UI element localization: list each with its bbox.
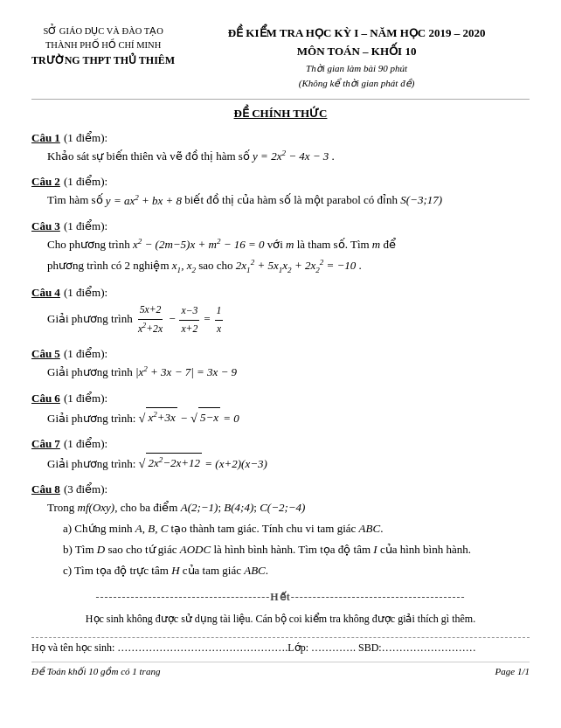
- q1-points: (1 điểm):: [64, 131, 107, 144]
- exam-title: ĐỀ KIỂM TRA HỌC KỲ I – NĂM HỌC 2019 – 20…: [184, 24, 530, 43]
- q1-body: Khảo sát sự biến thiên và vẽ đồ thị hàm …: [31, 147, 530, 166]
- q7-title: Câu 7: [31, 437, 60, 450]
- q3-eq1: x2 − (2m−5)x + m2 − 16 = 0: [133, 238, 264, 251]
- footer: Đề Toán khối 10 gồm có 1 trang Page 1/1: [31, 662, 530, 677]
- time-line1: Thời gian làm bài 90 phút: [184, 61, 530, 77]
- exam-page: SỞ GIÁO DỤC VÀ ĐÀO TẠO THÀNH PHỐ HỒ CHÍ …: [0, 0, 561, 728]
- q2-points: (1 điểm):: [64, 175, 107, 188]
- q8b: b) Tìm D sao cho tứ giác AODC là hình bì…: [47, 540, 530, 559]
- question-3: Câu 3 (1 điểm): Cho phương trình x2 − (2…: [31, 218, 530, 278]
- q3-body: Cho phương trình x2 − (2m−5)x + m2 − 16 …: [31, 235, 530, 278]
- q3-roots: x1, x2: [172, 259, 196, 272]
- student-info-text: Họ và tên học sinh: ………………………………………….Lớp…: [31, 641, 476, 655]
- question-4: Câu 4 (1 điểm): Giải phương trình 5x+2x2…: [31, 284, 530, 338]
- q7-body: Giải phương trình: √2x2−2x+12 = (x+2)(x−…: [31, 453, 530, 474]
- q8-points: (3 điểm):: [64, 482, 107, 496]
- q3-condition: 2x12 + 5x1x2 + 2x22 = −10: [236, 259, 357, 272]
- school-info: SỞ GIÁO DỤC VÀ ĐÀO TẠO THÀNH PHỐ HỒ CHÍ …: [31, 24, 175, 92]
- q2-vertex: S(−3;17): [400, 194, 442, 207]
- q8-title: Câu 8: [31, 482, 60, 496]
- school-name: TRƯỜNG THPT THỦ THIÊM: [31, 52, 175, 68]
- question-8: Câu 8 (3 điểm): Trong mf(Oxy), cho ba đi…: [31, 481, 530, 580]
- q2-body: Tìm hàm số y = ax2 + bx + 8 biết đồ thị …: [31, 191, 530, 210]
- q6-body: Giải phương trình: √x2+3x − √5−x = 0: [31, 407, 530, 428]
- footer-right: Page 1/1: [495, 666, 530, 677]
- header-divider: [31, 99, 530, 100]
- question-5: Câu 5 (1 điểm): Giải phương trình |x2 + …: [31, 345, 530, 382]
- q4-title: Câu 4: [31, 286, 60, 299]
- q2-title: Câu 2: [31, 175, 60, 188]
- official-label: ĐỀ CHÍNH THỨC: [31, 107, 530, 121]
- student-info: Họ và tên học sinh: ………………………………………….Lớp…: [31, 637, 530, 655]
- footer-left: Đề Toán khối 10 gồm có 1 trang: [31, 666, 160, 677]
- q2-formula: y = ax2 + bx + 8: [106, 194, 182, 207]
- question-1: Câu 1 (1 điểm): Khảo sát sự biến thiên v…: [31, 129, 530, 166]
- q1-title: Câu 1: [31, 131, 60, 144]
- q4-points: (1 điểm):: [64, 286, 107, 299]
- question-6: Câu 6 (1 điểm): Giải phương trình: √x2+3…: [31, 390, 530, 428]
- q4-body: Giải phương trình 5x+2x2+2x − x−3x+2 = 1…: [31, 302, 530, 338]
- header: SỞ GIÁO DỤC VÀ ĐÀO TẠO THÀNH PHỐ HỒ CHÍ …: [31, 24, 530, 92]
- q1-formula: y = 2x2 − 4x − 3: [253, 149, 329, 163]
- ministry-line: SỞ GIÁO DỤC VÀ ĐÀO TẠO: [31, 24, 175, 38]
- exam-info: ĐỀ KIỂM TRA HỌC KỲ I – NĂM HỌC 2019 – 20…: [175, 24, 530, 92]
- q7-formula: √2x2−2x+12 = (x+2)(x−3): [139, 457, 267, 470]
- q6-title: Câu 6: [31, 392, 60, 405]
- end-section: ----------------------------------------…: [31, 591, 530, 604]
- q7-points: (1 điểm):: [64, 437, 107, 450]
- q4-formula: 5x+2x2+2x − x−3x+2 = 1x: [135, 312, 225, 325]
- q6-formula: √x2+3x − √5−x = 0: [139, 412, 239, 425]
- q5-title: Câu 5: [31, 347, 60, 360]
- q3-points: (1 điểm):: [64, 219, 107, 232]
- q8a: a) Chứng minh A, B, C tạo thành tam giác…: [47, 519, 530, 538]
- q5-body: Giải phương trình |x2 + 3x − 7| = 3x − 9: [31, 363, 530, 382]
- q8-body: Trong mf(Oxy), cho ba điểm A(2;−1); B(4;…: [31, 498, 530, 580]
- note-section: Học sinh không được sử dụng tài liệu. Cá…: [31, 611, 530, 627]
- city-line: THÀNH PHỐ HỒ CHÍ MINH: [31, 38, 175, 52]
- q5-formula: |x2 + 3x − 7| = 3x − 9: [135, 365, 237, 378]
- q6-points: (1 điểm):: [64, 392, 107, 405]
- time-line2: (Không kể thời gian phát đề): [184, 76, 530, 92]
- question-7: Câu 7 (1 điểm): Giải phương trình: √2x2−…: [31, 435, 530, 474]
- q5-points: (1 điểm):: [64, 347, 107, 360]
- subject: MÔN TOÁN – KHỐI 10: [184, 43, 530, 61]
- q3-title: Câu 3: [31, 219, 60, 232]
- q8c: c) Tìm tọa độ trực tâm H của tam giác AB…: [47, 561, 530, 580]
- question-2: Câu 2 (1 điểm): Tìm hàm số y = ax2 + bx …: [31, 173, 530, 210]
